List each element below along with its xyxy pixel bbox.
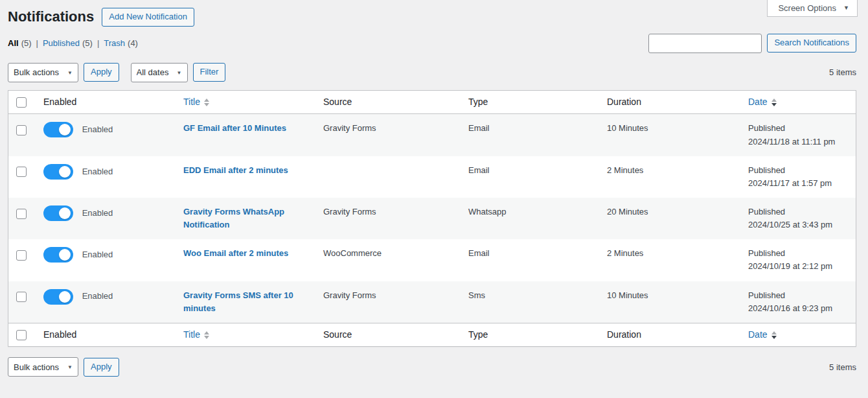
row-checkbox[interactable]	[16, 250, 27, 261]
sort-date-link[interactable]: Date	[748, 329, 777, 342]
select-all-checkbox[interactable]	[16, 97, 27, 108]
filter-all: All(5)	[8, 38, 43, 48]
sort-asc-icon	[204, 331, 209, 334]
source-cell: Gravity Forms	[317, 281, 462, 323]
source-cell: Gravity Forms	[317, 198, 462, 239]
enabled-label: Enabled	[82, 208, 113, 218]
header-enabled: Enabled	[37, 91, 177, 115]
row-checkbox[interactable]	[16, 125, 27, 135]
filter-button[interactable]: Filter	[193, 63, 226, 82]
sort-title-link[interactable]: Title	[183, 96, 209, 109]
publish-date: 2024/10/19 at 2:12 pm	[748, 260, 849, 273]
date-cell: Published 2024/11/18 at 11:11 pm	[742, 114, 856, 156]
notification-title-link[interactable]: Gravity Forms WhatsApp Notification	[183, 207, 284, 229]
sort-asc-icon	[771, 331, 777, 334]
type-cell: Whatsapp	[462, 198, 600, 239]
source-cell: WooCommerce	[317, 239, 462, 281]
apply-button[interactable]: Apply	[84, 63, 119, 82]
sort-desc-icon	[771, 336, 777, 339]
publish-date: 2024/10/25 at 3:43 pm	[748, 218, 849, 231]
toggle-knob	[59, 249, 71, 261]
enabled-label: Enabled	[82, 167, 113, 176]
notifications-table: Enabled Title Source Type Duration Date	[8, 90, 856, 347]
toggle-knob	[59, 207, 71, 219]
page-wrap: Notifications Add New Notification All(5…	[8, 0, 856, 377]
search-notifications-button[interactable]: Search Notifications	[767, 34, 856, 53]
sort-desc-icon	[204, 103, 209, 106]
publish-status: Published	[748, 205, 849, 218]
table-header: Enabled Title Source Type Duration Date	[8, 91, 856, 115]
publish-date: 2024/11/17 at 1:57 pm	[748, 177, 849, 190]
tablenav-top: Bulk actions ▼ Apply All dates ▼ Filter …	[8, 63, 856, 82]
header-source: Source	[317, 323, 462, 347]
filter-all-link[interactable]: All(5)	[8, 38, 32, 48]
items-count: 5 items	[829, 67, 856, 77]
duration-cell: 10 Minutes	[600, 114, 742, 156]
duration-cell: 2 Minutes	[600, 239, 742, 281]
bulk-actions-select[interactable]: Bulk actions	[8, 63, 78, 82]
enabled-toggle[interactable]	[43, 122, 73, 137]
source-cell: Gravity Forms	[317, 114, 462, 156]
enabled-label: Enabled	[82, 124, 113, 134]
sort-date-link[interactable]: Date	[748, 96, 777, 109]
sort-icons	[204, 99, 209, 106]
publish-status: Published	[748, 289, 849, 302]
bulk-actions-select[interactable]: Bulk actions	[8, 357, 78, 377]
sort-desc-icon	[771, 103, 777, 106]
filter-trash-link[interactable]: Trash(4)	[104, 38, 138, 48]
sort-asc-icon	[771, 99, 777, 102]
row-checkbox[interactable]	[16, 292, 27, 302]
toggle-knob	[59, 124, 71, 135]
table-body: Enabled GF Email after 10 Minutes Gravit…	[8, 114, 856, 322]
enabled-toggle[interactable]	[43, 289, 73, 305]
publish-date: 2024/10/16 at 9:23 pm	[748, 302, 849, 315]
notification-title-link[interactable]: Woo Email after 2 minutes	[183, 248, 288, 258]
select-all-checkbox[interactable]	[16, 330, 27, 340]
search-input[interactable]	[648, 34, 762, 53]
notification-title-link[interactable]: GF Email after 10 Minutes	[183, 123, 286, 133]
type-cell: Email	[462, 239, 600, 281]
sort-asc-icon	[204, 99, 209, 102]
duration-cell: 20 Minutes	[600, 198, 742, 239]
sort-icons	[771, 331, 777, 339]
header-duration: Duration	[600, 91, 742, 115]
enabled-toggle[interactable]	[43, 205, 73, 221]
date-cell: Published 2024/10/16 at 9:23 pm	[742, 281, 856, 323]
table-row: Enabled EDD Email after 2 minutes Email …	[8, 156, 856, 198]
filter-trash-count: (4)	[128, 38, 138, 48]
table-row: Enabled Woo Email after 2 minutes WooCom…	[8, 239, 856, 281]
filter-trash: Trash(4)	[104, 38, 138, 48]
row-checkbox[interactable]	[16, 209, 27, 219]
enabled-label: Enabled	[82, 250, 113, 259]
status-filter-list: All(5) Published(5) Trash(4)	[8, 38, 138, 48]
header-duration: Duration	[600, 323, 742, 347]
enabled-toggle[interactable]	[43, 247, 73, 263]
type-cell: Email	[462, 156, 600, 198]
duration-cell: 2 Minutes	[600, 156, 742, 198]
toggle-knob	[59, 166, 71, 178]
enabled-toggle[interactable]	[43, 164, 73, 180]
screen-options-button[interactable]: Screen Options ▼	[767, 0, 858, 17]
date-cell: Published 2024/11/17 at 1:57 pm	[742, 156, 856, 198]
publish-status: Published	[748, 122, 849, 135]
type-cell: Sms	[462, 281, 600, 323]
publish-status: Published	[748, 164, 849, 177]
sort-icons	[771, 99, 777, 106]
filter-all-count: (5)	[21, 38, 32, 48]
add-new-notification-button[interactable]: Add New Notification	[102, 8, 194, 27]
dates-filter-select[interactable]: All dates	[131, 63, 188, 82]
filter-published-link[interactable]: Published(5)	[43, 38, 93, 48]
header-type: Type	[462, 323, 600, 347]
header-type: Type	[462, 91, 600, 115]
row-checkbox[interactable]	[16, 167, 27, 177]
filter-published: Published(5)	[43, 38, 104, 48]
date-cell: Published 2024/10/25 at 3:43 pm	[742, 198, 856, 239]
type-cell: Email	[462, 114, 600, 156]
notification-title-link[interactable]: EDD Email after 2 minutes	[183, 165, 288, 175]
apply-button[interactable]: Apply	[84, 358, 119, 377]
enabled-label: Enabled	[82, 291, 113, 301]
notification-title-link[interactable]: Gravity Forms SMS after 10 minutes	[183, 290, 293, 313]
items-count: 5 items	[829, 362, 856, 372]
toggle-knob	[59, 291, 71, 303]
sort-title-link[interactable]: Title	[183, 329, 209, 342]
